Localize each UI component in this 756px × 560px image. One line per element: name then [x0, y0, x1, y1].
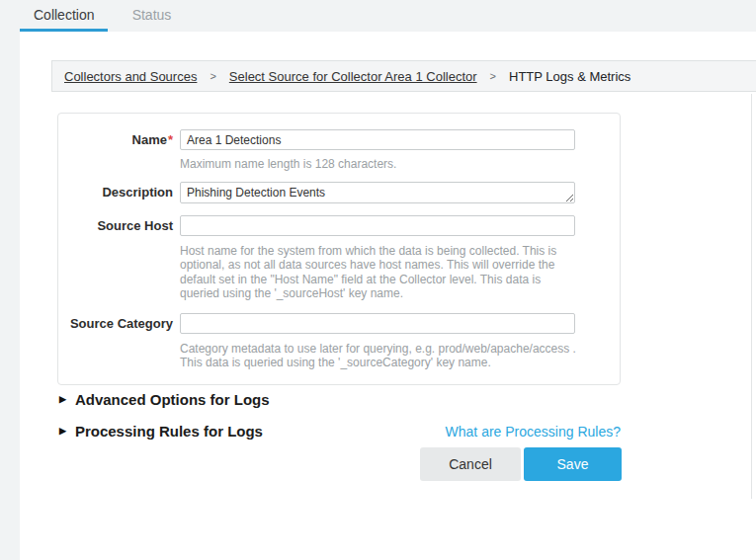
description-label: Description — [58, 182, 180, 203]
advanced-options-label: Advanced Options for Logs — [75, 391, 270, 408]
breadcrumb-current-page: HTTP Logs & Metrics — [509, 69, 630, 84]
source-category-input[interactable] — [180, 313, 575, 334]
source-config-form: Name* Maximum name length is 128 charact… — [57, 113, 621, 385]
processing-rules-section-toggle[interactable]: ▶ Processing Rules for Logs — [59, 423, 263, 440]
form-actions: Cancel Save — [420, 447, 622, 481]
name-field-row: Name* Maximum name length is 128 charact… — [58, 129, 620, 172]
source-host-field-row: Source Host Host name for the system fro… — [58, 215, 620, 301]
breadcrumb: Collectors and Sources > Select Source f… — [51, 60, 756, 92]
cancel-button[interactable]: Cancel — [420, 447, 521, 481]
required-asterisk: * — [168, 132, 173, 147]
save-button[interactable]: Save — [524, 447, 622, 481]
name-input[interactable] — [180, 129, 575, 150]
name-label: Name* — [58, 129, 180, 172]
source-category-label: Source Category — [58, 313, 180, 370]
source-host-input[interactable] — [180, 215, 575, 236]
description-textarea[interactable]: Phishing Detection Events — [180, 182, 575, 203]
content-right-border — [751, 94, 752, 499]
breadcrumb-separator-icon: > — [210, 70, 215, 82]
source-category-field-row: Source Category Category metadata to use… — [58, 313, 620, 370]
description-field-row: Description Phishing Detection Events — [58, 182, 620, 203]
what-are-processing-rules-link[interactable]: What are Processing Rules? — [446, 424, 621, 440]
tab-bar: Collection Status — [20, 0, 195, 32]
collapse-arrow-icon: ▶ — [59, 427, 66, 436]
tab-collection[interactable]: Collection — [20, 0, 108, 32]
name-label-text: Name — [132, 132, 167, 147]
collapse-arrow-icon: ▶ — [59, 395, 66, 404]
processing-rules-label: Processing Rules for Logs — [75, 423, 263, 440]
source-host-label: Source Host — [58, 215, 180, 301]
source-host-help-text: Host name for the system from which the … — [180, 244, 577, 301]
tab-status[interactable]: Status — [108, 0, 195, 32]
breadcrumb-link-collectors-and-sources[interactable]: Collectors and Sources — [64, 69, 197, 84]
source-category-help-text: Category metadata to use later for query… — [180, 342, 577, 370]
breadcrumb-link-select-source[interactable]: Select Source for Collector Area 1 Colle… — [229, 69, 477, 84]
advanced-options-section-toggle[interactable]: ▶ Advanced Options for Logs — [59, 391, 270, 408]
breadcrumb-separator-icon: > — [490, 70, 496, 82]
name-help-text: Maximum name length is 128 characters. — [180, 157, 577, 172]
